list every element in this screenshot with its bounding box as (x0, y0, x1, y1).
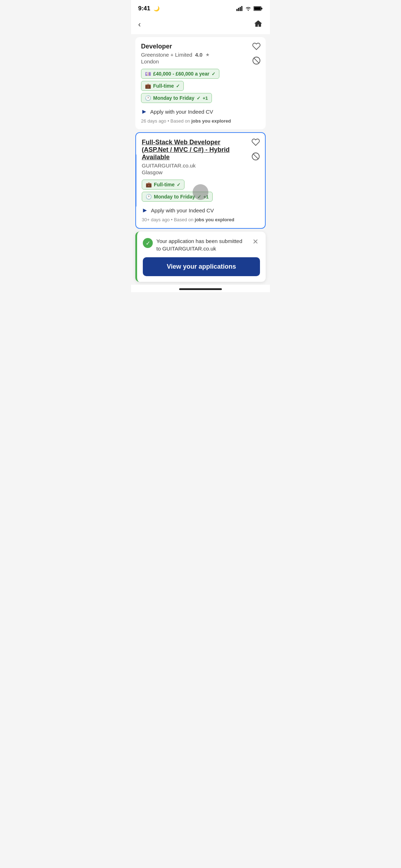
salary-tag: 💷 £40,000 - £60,000 a year ✓ (141, 69, 219, 79)
apply-arrow-icon-2: ► (142, 207, 148, 214)
toast-close-button[interactable]: ✕ (251, 237, 260, 246)
cursor-overlay (193, 184, 208, 200)
schedule-tag: 🕐 Monday to Friday ✓ +1 (141, 93, 212, 103)
job-2-meta: 30+ days ago • Based on jobs you explore… (142, 217, 259, 222)
employment-type-tag-2: 💼 Full-time ✓ (142, 180, 184, 190)
back-button[interactable]: ‹ (138, 19, 144, 31)
svg-line-8 (254, 58, 259, 63)
job-list: Developer Greenstone + Limited 4.0 ★ Lon… (131, 37, 270, 282)
job-card-1: Developer Greenstone + Limited 4.0 ★ Lon… (135, 37, 266, 129)
toast-notification: ✓ Your application has been submitted to… (135, 232, 266, 282)
moon-icon: 🌙 (153, 6, 160, 11)
save-job-1-button[interactable] (252, 42, 261, 52)
wifi-icon (245, 6, 251, 11)
job-card-2[interactable]: Full-Stack Web Developer (ASP.Net / MVC … (135, 132, 266, 229)
svg-rect-2 (240, 7, 241, 11)
salary-icon: 💷 (145, 71, 151, 77)
status-bar: 9:41 🌙 (131, 0, 270, 15)
employment-type-tag: 💼 Full-time ✓ (141, 81, 184, 91)
briefcase-icon: 💼 (145, 83, 151, 89)
status-time: 9:41 🌙 (138, 5, 160, 12)
job-2-location: Glasgow (142, 169, 259, 175)
home-indicator (131, 285, 270, 292)
nav-bar: ‹ (131, 15, 270, 34)
job-2-company: GUITARGUITAR.co.uk (142, 162, 259, 169)
save-job-2-button[interactable] (251, 138, 260, 148)
status-icons (236, 6, 263, 11)
clock-icon: 🕐 (145, 95, 151, 101)
job-1-apply: ► Apply with your Indeed CV (141, 108, 260, 115)
home-button[interactable] (254, 19, 263, 30)
apply-arrow-icon: ► (141, 108, 147, 115)
job-1-tags: 💷 £40,000 - £60,000 a year ✓ 💼 Full-time… (141, 69, 260, 103)
hide-job-1-button[interactable] (252, 56, 261, 66)
job-1-location: London (141, 58, 260, 64)
svg-rect-3 (241, 6, 243, 11)
success-check-icon: ✓ (143, 238, 153, 248)
job-2-apply: ► Apply with your Indeed CV (142, 207, 259, 214)
job-actions-2 (251, 138, 260, 162)
svg-line-10 (253, 154, 258, 159)
svg-rect-0 (236, 9, 238, 11)
job-1-company: Greenstone + Limited 4.0 ★ (141, 52, 260, 58)
job-1-meta: 26 days ago • Based on jobs you explored (141, 118, 260, 124)
toast-message: Your application has been submitted to G… (156, 237, 248, 252)
signal-icon (236, 6, 243, 11)
svg-rect-5 (254, 7, 261, 10)
hide-job-2-button[interactable] (251, 152, 260, 162)
job-2-title[interactable]: Full-Stack Web Developer (ASP.Net / MVC … (142, 139, 259, 161)
battery-icon (254, 6, 263, 11)
active-indicator (135, 154, 136, 207)
svg-rect-6 (261, 8, 262, 10)
star-icon: ★ (205, 52, 210, 57)
job-actions-1 (252, 42, 261, 66)
clock-icon-2: 🕐 (146, 194, 152, 200)
home-bar (179, 288, 222, 290)
toast-content: ✓ Your application has been submitted to… (143, 237, 260, 252)
briefcase-icon-2: 💼 (146, 182, 152, 187)
view-applications-button[interactable]: View your applications (143, 257, 260, 276)
job-1-title: Developer (141, 43, 260, 50)
svg-rect-1 (238, 8, 239, 11)
